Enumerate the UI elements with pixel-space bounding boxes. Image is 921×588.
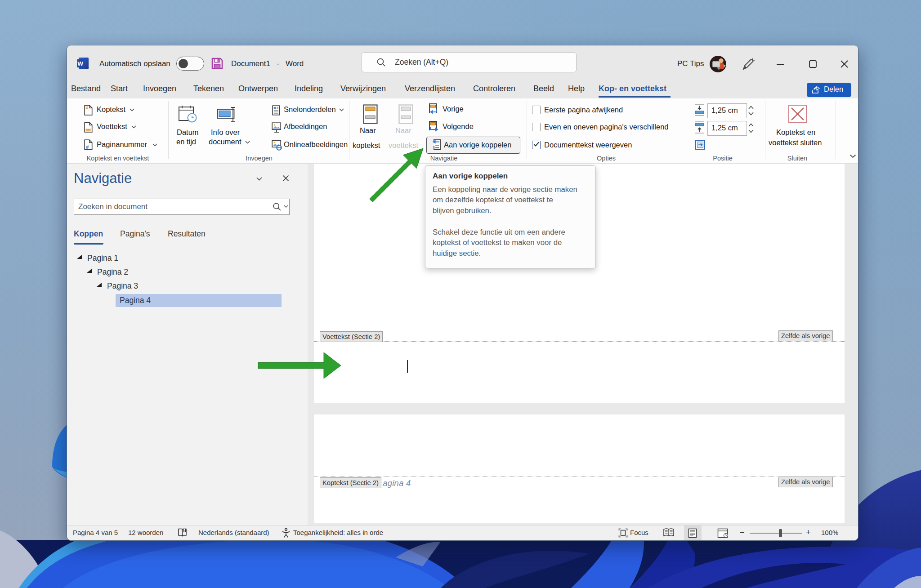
svg-text:#: # xyxy=(86,144,89,150)
svg-text:W: W xyxy=(77,60,83,67)
